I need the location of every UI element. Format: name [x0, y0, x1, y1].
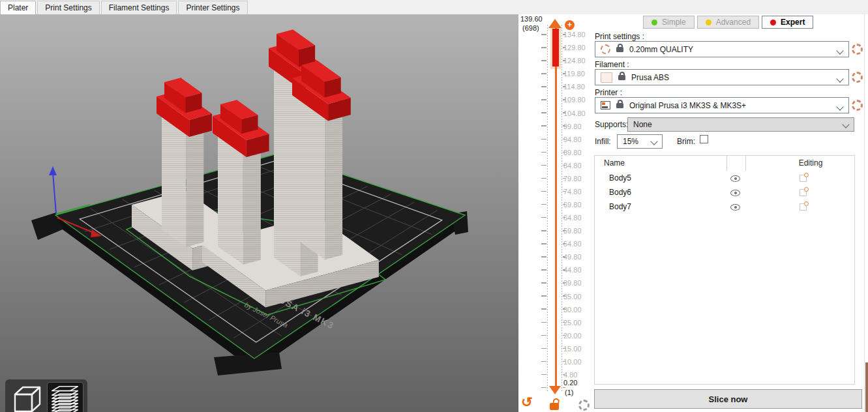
- brim-label: Brim:: [677, 137, 695, 146]
- profile-gear-icon: [601, 44, 610, 54]
- preview-view-button[interactable]: [47, 382, 83, 412]
- tab-plater[interactable]: Plater: [0, 1, 36, 14]
- slider-lower-handle[interactable]: [549, 386, 561, 394]
- mode-row: SimpleAdvancedExpert: [643, 16, 813, 29]
- layer-tick-label: 25.00: [563, 318, 593, 327]
- layer-tick-label: 99.80: [563, 122, 593, 131]
- layer-tick-label: 109.80: [563, 95, 593, 104]
- slider-dotted-line-right: [561, 25, 562, 391]
- mode-label: Expert: [781, 18, 805, 27]
- slider-dotted-line-left: [547, 25, 548, 391]
- mode-button-advanced[interactable]: Advanced: [697, 16, 759, 29]
- mode-button-simple[interactable]: Simple: [643, 16, 695, 29]
- chevron-down-icon: [650, 138, 657, 145]
- infill-dropdown[interactable]: 15%: [617, 134, 663, 149]
- slice-now-button[interactable]: Slice now: [594, 389, 862, 409]
- supports-dropdown[interactable]: None: [627, 117, 854, 132]
- object-list: Name Editing Body5Body6Body7: [594, 155, 855, 385]
- layer-tick-label: 15.00: [563, 344, 593, 353]
- layer-tick-label: 119.80: [563, 69, 593, 78]
- 3d-viewport[interactable]: ORIGINAL PRUSA i3 MK3 by Josef Prusa: [0, 14, 518, 412]
- printer-label: Printer :: [595, 88, 622, 97]
- slider-settings-gear-icon[interactable]: [578, 400, 590, 411]
- slider-max-value: 139.60: [520, 15, 545, 23]
- unlock-icon[interactable]: [550, 403, 559, 410]
- print-settings-combo[interactable]: 0.20mm QUALITY: [595, 41, 849, 57]
- brim-checkbox[interactable]: [700, 135, 708, 143]
- slider-min-layer-count: (1): [565, 389, 573, 397]
- layer-tick-label: 129.80: [563, 43, 593, 52]
- visibility-eye-icon[interactable]: [730, 190, 740, 196]
- tab-filament-settings[interactable]: Filament Settings: [101, 1, 177, 14]
- slider-ruler-left: [541, 34, 546, 390]
- layer-tick-label: 84.80: [563, 161, 593, 170]
- add-color-change-icon[interactable]: +: [565, 20, 575, 30]
- layer-tick-label: 10.00: [563, 357, 593, 366]
- filament-combo[interactable]: Prusa ABS: [595, 69, 849, 85]
- layer-tick-label: 4.80: [563, 370, 593, 379]
- chevron-down-icon: [836, 75, 843, 82]
- name-column-header: Name: [604, 158, 625, 168]
- undo-icon[interactable]: ↺: [521, 395, 533, 409]
- lock-icon: [618, 75, 625, 80]
- slider-track[interactable]: [555, 28, 557, 386]
- object-row[interactable]: Body6: [595, 186, 854, 200]
- object-name: Body5: [609, 173, 631, 183]
- printer-icon: [601, 101, 610, 110]
- chevron-down-icon: [836, 47, 843, 54]
- print-settings-label: Print settings :: [595, 32, 644, 41]
- infill-value: 15%: [623, 137, 638, 146]
- layer-tick-label: 44.80: [563, 265, 593, 274]
- expert-mode-dot-icon: [770, 20, 776, 25]
- printer-gear-icon[interactable]: [852, 100, 863, 111]
- edit-object-icon[interactable]: [800, 175, 807, 182]
- filament-gear-icon[interactable]: [852, 72, 863, 83]
- simple-mode-dot-icon: [651, 20, 657, 25]
- printer-combo[interactable]: Original Prusa i3 MK3S & MK3S+: [595, 97, 849, 113]
- print-settings-gear-icon[interactable]: [852, 44, 863, 55]
- chevron-down-icon: [842, 121, 849, 128]
- layer-tick-label: 20.00: [563, 331, 593, 340]
- tab-bar: PlaterPrint SettingsFilament SettingsPri…: [0, 0, 868, 15]
- filament-color-swatch: [601, 72, 612, 83]
- view-mode-toolbar: [5, 379, 87, 412]
- mode-label: Advanced: [716, 18, 751, 27]
- edit-object-icon[interactable]: [800, 203, 807, 211]
- slider-selected-range: [552, 29, 559, 66]
- slider-min-value: 0.20: [563, 379, 577, 387]
- printer-value: Original Prusa i3 MK3S & MK3S+: [629, 101, 746, 110]
- layer-tick-label: 89.80: [563, 148, 593, 157]
- infill-label: Infill:: [595, 137, 611, 146]
- plater-scene: ORIGINAL PRUSA i3 MK3 by Josef Prusa: [0, 14, 518, 412]
- editor-view-button[interactable]: [9, 382, 46, 412]
- visibility-eye-icon[interactable]: [730, 175, 740, 182]
- window-edge-strip: [865, 362, 868, 412]
- layer-tick-label: 54.80: [563, 239, 593, 248]
- layer-tick-label: 94.80: [563, 135, 593, 144]
- object-name: Body6: [609, 188, 631, 197]
- print-settings-value: 0.20mm QUALITY: [629, 45, 693, 54]
- layer-tick-label: 134.80: [563, 30, 593, 39]
- layer-tick-label: 39.80: [563, 278, 593, 287]
- layer-tick-label: 124.80: [563, 56, 593, 65]
- lock-icon: [616, 47, 623, 52]
- layer-slider: 139.60 (698) + 134.80129.80124.80119.801…: [518, 14, 593, 412]
- tab-print-settings[interactable]: Print Settings: [37, 1, 99, 14]
- settings-panel: SimpleAdvancedExpert Print settings : 0.…: [593, 14, 868, 412]
- tab-printer-settings[interactable]: Printer Settings: [178, 1, 247, 14]
- layer-tick-label: 30.00: [563, 305, 593, 314]
- visibility-eye-icon[interactable]: [730, 204, 740, 211]
- object-row[interactable]: Body5: [595, 171, 854, 186]
- object-row[interactable]: Body7: [595, 200, 854, 214]
- column-separator: [726, 156, 727, 171]
- object-name: Body7: [609, 202, 631, 211]
- panel-edge-divider: [864, 14, 865, 412]
- mode-button-expert[interactable]: Expert: [762, 16, 813, 29]
- filament-label: Filament :: [595, 60, 629, 69]
- slider-max-layer-count: (698): [522, 24, 539, 33]
- slider-upper-handle[interactable]: [548, 19, 561, 28]
- layers-stack-icon: [48, 383, 83, 412]
- layer-tick-label: 64.80: [563, 213, 593, 222]
- editing-column-header: Editing: [790, 158, 831, 168]
- edit-object-icon[interactable]: [800, 189, 807, 196]
